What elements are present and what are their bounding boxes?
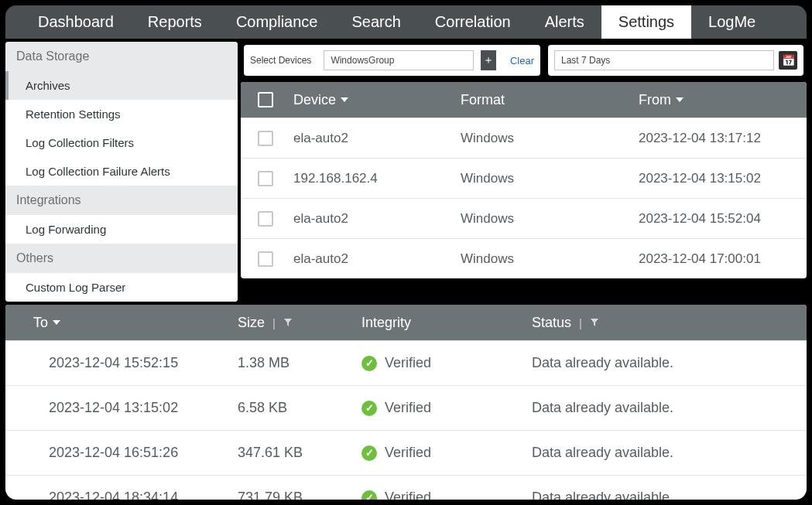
- cell-from: 2023-12-04 13:17:12: [639, 131, 807, 146]
- nav-alerts[interactable]: Alerts: [528, 5, 601, 39]
- cell-to: 2023-12-04 16:51:26: [5, 445, 238, 461]
- cell-status: Data already available.: [532, 445, 807, 461]
- cell-status: Data already available.: [532, 490, 807, 500]
- filter-bar: Select Devices WindowsGroup ＋ Clear Last…: [241, 42, 807, 79]
- nav-search[interactable]: Search: [334, 5, 417, 39]
- cell-to: 2023-12-04 15:52:15: [5, 355, 238, 371]
- plus-icon: ＋: [483, 53, 494, 67]
- col-integrity[interactable]: Integrity: [361, 315, 532, 331]
- check-circle-icon: ✓: [361, 356, 377, 371]
- row-checkbox[interactable]: [258, 211, 273, 227]
- cell-to: 2023-12-04 18:34:14: [5, 490, 238, 500]
- device-filter-input[interactable]: WindowsGroup: [324, 50, 474, 70]
- col-from[interactable]: From: [639, 92, 807, 108]
- archives-table-left: Device Format From: [241, 82, 807, 278]
- sidebar-section-data-storage: Data Storage: [5, 42, 238, 71]
- table-row[interactable]: 2023-12-04 18:34:14 731.79 KB ✓ Verified…: [5, 475, 807, 500]
- row-checkbox[interactable]: [258, 171, 273, 186]
- row-checkbox[interactable]: [258, 251, 273, 267]
- table1-header-row: Device Format From: [241, 82, 807, 118]
- col-integrity-label: Integrity: [361, 315, 411, 331]
- integrity-text: Verified: [385, 355, 431, 371]
- integrity-text: Verified: [385, 400, 431, 416]
- date-range-box: Last 7 Days 📅: [548, 45, 803, 76]
- cell-from: 2023-12-04 15:52:04: [639, 211, 807, 227]
- cell-integrity: ✓ Verified: [361, 490, 532, 500]
- sidebar-item-log-collection-failure-alerts[interactable]: Log Collection Failure Alerts: [5, 157, 238, 186]
- table2-header-row: To Size | Integrity Status |: [5, 305, 807, 340]
- sort-down-icon: [341, 97, 348, 102]
- clear-devices-link[interactable]: Clear: [510, 55, 534, 67]
- cell-size: 347.61 KB: [238, 445, 361, 461]
- col-to[interactable]: To: [5, 315, 238, 331]
- nav-settings[interactable]: Settings: [601, 5, 691, 39]
- col-size[interactable]: Size |: [238, 315, 361, 331]
- cell-size: 731.79 KB: [238, 490, 361, 500]
- col-status[interactable]: Status |: [532, 315, 807, 331]
- cell-status: Data already available.: [532, 355, 807, 371]
- cell-format: Windows: [461, 211, 639, 227]
- sidebar-item-log-collection-filters[interactable]: Log Collection Filters: [5, 128, 238, 157]
- integrity-text: Verified: [385, 445, 431, 461]
- sidebar: Data Storage Archives Retention Settings…: [5, 42, 238, 302]
- device-filter-box: Select Devices WindowsGroup ＋ Clear: [244, 45, 540, 76]
- table-row[interactable]: ela-auto2 Windows 2023-12-04 13:17:12: [241, 118, 807, 158]
- cell-integrity: ✓ Verified: [361, 445, 532, 461]
- sidebar-section-integrations: Integrations: [5, 186, 238, 215]
- table-row[interactable]: 2023-12-04 15:52:15 1.38 MB ✓ Verified D…: [5, 340, 807, 385]
- divider-icon: |: [272, 316, 276, 329]
- cell-size: 6.58 KB: [238, 400, 361, 416]
- cell-device: ela-auto2: [290, 251, 461, 267]
- integrity-text: Verified: [385, 490, 431, 500]
- table-row[interactable]: 2023-12-04 16:51:26 347.61 KB ✓ Verified…: [5, 430, 807, 475]
- sidebar-item-retention-settings[interactable]: Retention Settings: [5, 100, 238, 128]
- cell-status: Data already available.: [532, 400, 807, 416]
- cell-from: 2023-12-04 13:15:02: [639, 171, 807, 186]
- cell-to: 2023-12-04 13:15:02: [5, 400, 238, 416]
- cell-integrity: ✓ Verified: [361, 400, 532, 416]
- row-checkbox[interactable]: [258, 131, 273, 146]
- calendar-icon[interactable]: 📅: [779, 51, 797, 70]
- cell-integrity: ✓ Verified: [361, 355, 532, 371]
- cell-size: 1.38 MB: [238, 355, 361, 371]
- sidebar-section-others: Others: [5, 244, 238, 273]
- date-range-input[interactable]: Last 7 Days: [554, 50, 774, 70]
- filter-icon[interactable]: [590, 315, 599, 331]
- table-row[interactable]: 192.168.162.4 Windows 2023-12-04 13:15:0…: [241, 158, 807, 198]
- sidebar-item-log-forwarding[interactable]: Log Forwarding: [5, 215, 238, 244]
- table-row[interactable]: ela-auto2 Windows 2023-12-04 15:52:04: [241, 198, 807, 238]
- cell-format: Windows: [461, 251, 639, 267]
- select-all-checkbox[interactable]: [258, 92, 273, 107]
- cell-device: ela-auto2: [290, 131, 461, 146]
- sort-down-icon: [676, 97, 684, 102]
- nav-compliance[interactable]: Compliance: [219, 5, 335, 39]
- filter-icon[interactable]: [283, 315, 293, 331]
- select-devices-label: Select Devices: [250, 55, 311, 66]
- nav-reports[interactable]: Reports: [131, 5, 219, 39]
- check-circle-icon: ✓: [361, 445, 377, 461]
- col-to-label: To: [33, 315, 48, 331]
- nav-correlation[interactable]: Correlation: [418, 5, 528, 39]
- divider-icon: |: [579, 316, 582, 329]
- top-nav: Dashboard Reports Compliance Search Corr…: [5, 5, 807, 39]
- cell-device: ela-auto2: [290, 211, 461, 227]
- cell-device: 192.168.162.4: [290, 171, 461, 186]
- col-format[interactable]: Format: [461, 92, 639, 108]
- cell-format: Windows: [461, 171, 639, 186]
- sort-down-icon: [53, 320, 60, 325]
- table-row[interactable]: ela-auto2 Windows 2023-12-04 17:00:01: [241, 238, 807, 278]
- col-device-label: Device: [293, 92, 336, 108]
- nav-dashboard[interactable]: Dashboard: [21, 5, 131, 39]
- cell-format: Windows: [461, 131, 639, 146]
- col-format-label: Format: [461, 92, 505, 108]
- table-row[interactable]: 2023-12-04 13:15:02 6.58 KB ✓ Verified D…: [5, 385, 807, 430]
- add-device-button[interactable]: ＋: [481, 50, 496, 70]
- col-from-label: From: [639, 92, 671, 108]
- col-size-label: Size: [238, 315, 265, 331]
- sidebar-item-archives[interactable]: Archives: [5, 71, 238, 100]
- sidebar-item-custom-log-parser[interactable]: Custom Log Parser: [5, 273, 238, 302]
- cell-from: 2023-12-04 17:00:01: [639, 251, 807, 267]
- nav-logme[interactable]: LogMe: [691, 5, 773, 39]
- col-device[interactable]: Device: [290, 92, 461, 108]
- col-status-label: Status: [532, 315, 571, 331]
